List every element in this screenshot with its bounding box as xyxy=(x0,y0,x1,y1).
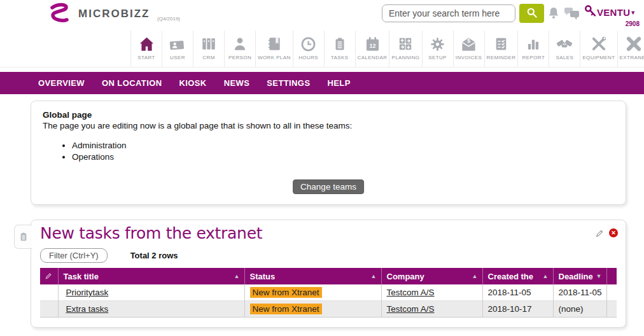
sort-asc-icon[interactable]: ▲ xyxy=(472,273,478,279)
status-badge: New from Xtranet xyxy=(250,287,322,298)
person-icon xyxy=(232,34,248,53)
home-icon xyxy=(138,34,155,53)
company-link[interactable]: Testcom A/S xyxy=(387,288,435,297)
company-link[interactable]: Testcom A/S xyxy=(387,304,435,314)
brand-title: MICROBIZZ xyxy=(78,8,150,20)
deadline-date: (none) xyxy=(553,301,606,318)
search-input[interactable] xyxy=(382,4,515,22)
version-label: (Q4/2019) xyxy=(157,16,180,22)
bar-chart-icon xyxy=(525,34,542,53)
calendar-icon: 12 xyxy=(364,34,381,53)
panel-side-tab[interactable] xyxy=(14,225,32,249)
sort-asc-icon[interactable]: ▲ xyxy=(234,273,240,279)
table-row[interactable]: Extra tasks New from Xtranet Testcom A/S… xyxy=(40,301,617,318)
toolbar-item-person[interactable]: PERSON xyxy=(224,31,255,67)
clipboard-icon xyxy=(332,34,347,53)
global-page-title: Global page xyxy=(43,110,614,120)
nav-item-kiosk[interactable]: KIOSK xyxy=(179,78,206,88)
nav-item-news[interactable]: NEWS xyxy=(224,78,250,88)
bell-icon[interactable] xyxy=(546,6,561,21)
invoice-envelope-icon: $ xyxy=(460,34,477,53)
toolbar-item-setup[interactable]: SETUP xyxy=(422,31,453,67)
toolbar-item-equipment[interactable]: EQUIPMENT xyxy=(580,31,617,67)
teams-list: Administration Operations xyxy=(72,141,614,162)
search-icon xyxy=(526,6,538,19)
global-page-panel: Global page The page you are editing now… xyxy=(31,101,626,205)
column-header-status[interactable]: Status ▲ xyxy=(244,268,381,284)
clipboard-icon xyxy=(18,231,29,242)
toolbar-item-user[interactable]: USER xyxy=(162,31,193,67)
tasks-table: Task title ▲ Status ▲ Company ▲ Created … xyxy=(40,268,617,318)
toolbar-item-work-plan[interactable]: WORK PLAN xyxy=(255,31,293,67)
nav-item-help[interactable]: HELP xyxy=(327,78,350,88)
nav-item-on-location[interactable]: ON LOCATION xyxy=(102,78,162,88)
toolbar-item-sales[interactable]: SALES xyxy=(549,31,580,67)
change-teams-button[interactable]: Change teams xyxy=(293,179,364,194)
status-badge: New from Xtranet xyxy=(250,304,322,314)
column-header-created[interactable]: Created the ▲ xyxy=(482,268,553,284)
chat-icon[interactable] xyxy=(564,7,580,21)
toolbar-item-invoices[interactable]: $ INVOICES xyxy=(453,31,484,67)
column-header-deadline[interactable]: Deadline ▼ xyxy=(553,268,606,284)
toolbar-item-reminder[interactable]: REMINDER xyxy=(484,31,518,67)
svg-text:12: 12 xyxy=(369,43,375,49)
table-header-row: Task title ▲ Status ▲ Company ▲ Created … xyxy=(40,268,617,284)
user-name: VENTU xyxy=(597,7,630,18)
total-rows-label: Total 2 rows xyxy=(130,251,178,260)
created-date: 2018-11-05 xyxy=(482,284,553,301)
notification-count: 2908 xyxy=(611,20,640,27)
microbizz-logo-icon[interactable] xyxy=(46,2,73,29)
sort-asc-icon[interactable]: ▲ xyxy=(543,273,549,279)
column-header-task-title[interactable]: Task title ▲ xyxy=(58,268,244,284)
edit-column-header[interactable] xyxy=(40,268,58,284)
toolbar-item-start[interactable]: START xyxy=(130,31,162,67)
edit-pencil-icon[interactable] xyxy=(596,229,604,237)
toolbar-item-crm[interactable]: CRM xyxy=(193,31,224,67)
gear-icon xyxy=(429,34,446,53)
tools-icon xyxy=(590,34,608,53)
section-nav: OVERVIEW ON LOCATION KIOSK NEWS SETTINGS… xyxy=(0,72,644,94)
chevron-down-icon: ▼ xyxy=(630,10,636,16)
row-edit-cell[interactable] xyxy=(40,301,58,318)
panel-title: New tasks from the extranet xyxy=(40,224,617,242)
task-title-link[interactable]: Extra tasks xyxy=(66,304,109,314)
pencil-icon xyxy=(45,272,52,279)
toolbar-item-hours[interactable]: HOURS xyxy=(293,31,324,67)
filter-button[interactable]: Filter (Ctrl+Y) xyxy=(40,248,108,263)
toolbar-item-planning[interactable]: PLANNING xyxy=(389,31,421,67)
key-icon[interactable] xyxy=(584,4,598,19)
panel-actions: ✕ xyxy=(596,228,618,237)
svg-text:$: $ xyxy=(467,37,470,43)
user-card-icon xyxy=(169,34,186,53)
toolbar-item-tasks[interactable]: TASKS xyxy=(324,31,355,67)
spacer-column-header xyxy=(606,268,617,284)
team-item: Operations xyxy=(72,152,614,162)
toolbar-item-extranet[interactable]: EXTRANET xyxy=(617,31,644,67)
nav-item-overview[interactable]: OVERVIEW xyxy=(38,78,85,88)
column-header-company[interactable]: Company ▲ xyxy=(381,268,482,284)
spacer-cell xyxy=(606,301,617,318)
toolbar-item-report[interactable]: REPORT xyxy=(517,31,549,67)
created-date: 2018-10-17 xyxy=(482,301,553,318)
delete-icon[interactable]: ✕ xyxy=(609,228,618,237)
checklist-icon xyxy=(493,34,509,53)
row-edit-cell[interactable] xyxy=(40,284,58,301)
sort-asc-icon[interactable]: ▲ xyxy=(371,273,377,279)
spacer-cell xyxy=(606,284,617,301)
filter-row: Filter (Ctrl+Y) Total 2 rows xyxy=(40,248,617,263)
search-button[interactable] xyxy=(519,4,544,23)
clock-icon xyxy=(300,34,317,53)
handshake-icon xyxy=(556,34,573,53)
notebook-icon xyxy=(266,34,283,53)
user-menu[interactable]: VENTU▼ xyxy=(597,7,636,18)
module-toolbar: START USER CRM PERSON xyxy=(0,31,644,67)
table-row[interactable]: Prioritytask New from Xtranet Testcom A/… xyxy=(40,284,617,301)
nav-item-settings[interactable]: SETTINGS xyxy=(267,78,310,88)
task-title-link[interactable]: Prioritytask xyxy=(66,288,109,297)
deadline-date: 2018-11-05 xyxy=(553,284,606,301)
planning-grid-icon xyxy=(397,34,414,53)
x-mark-icon xyxy=(625,34,643,53)
toolbar-item-calendar[interactable]: 12 CALENDAR xyxy=(355,31,389,67)
binders-icon xyxy=(200,34,217,53)
sort-desc-icon[interactable]: ▼ xyxy=(596,273,602,279)
